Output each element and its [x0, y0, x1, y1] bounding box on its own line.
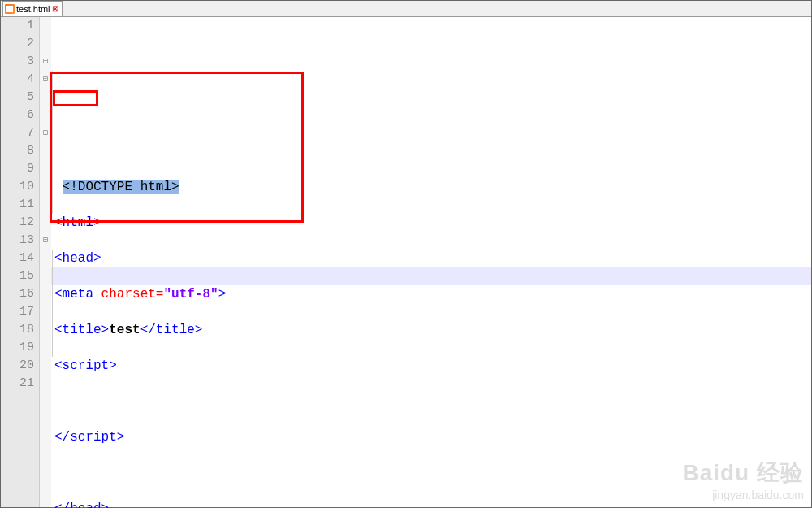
code-line: <meta charset="utf-8">: [54, 285, 811, 303]
code-editor[interactable]: 123 456 789 101112 131415 161718 192021 …: [1, 17, 811, 507]
code-line: <!DOCTYPE html>: [54, 178, 811, 196]
html-file-icon: [5, 4, 15, 14]
fold-guide: [52, 71, 53, 214]
code-line: <head>: [54, 250, 811, 267]
code-line: </script>: [54, 428, 811, 446]
code-line: <script>: [54, 357, 811, 375]
tab-label: test.html: [16, 4, 50, 14]
tab-bar: test.html ⊠: [1, 1, 811, 17]
fold-guide: [52, 250, 53, 357]
code-line: <title>test</title>: [54, 321, 811, 339]
code-line: [54, 142, 811, 160]
file-tab[interactable]: test.html ⊠: [2, 1, 63, 16]
fold-column[interactable]: ⊟ ⊟ ⊟ ⊟: [40, 17, 51, 507]
annotation-red-box-meta: [53, 90, 98, 106]
close-icon[interactable]: ⊠: [52, 5, 60, 13]
code-line: [54, 464, 811, 482]
code-line: [54, 393, 811, 410]
code-line: <html>: [54, 214, 811, 232]
line-number-gutter: 123 456 789 101112 131415 161718 192021: [1, 17, 40, 507]
code-line: </head>: [54, 500, 811, 508]
code-area[interactable]: <!DOCTYPE html> <html> <head> <meta char…: [51, 17, 811, 507]
